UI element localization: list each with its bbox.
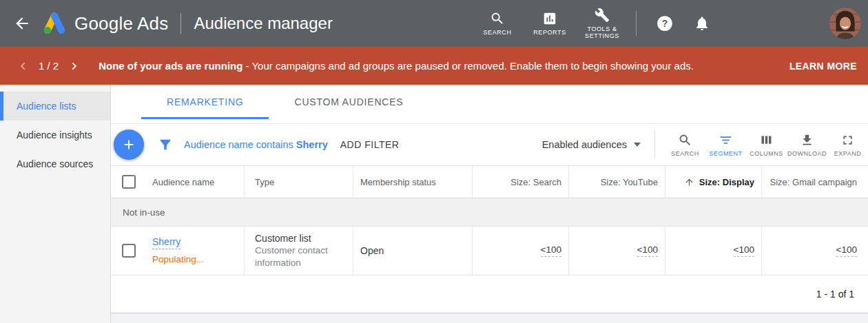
tab-remarketing[interactable]: REMARKETING xyxy=(141,85,269,119)
audience-status-value: Enabled audiences xyxy=(542,139,627,150)
column-header-size-display[interactable]: Size: Display xyxy=(665,166,762,198)
chevron-left-icon xyxy=(19,61,28,71)
alert-banner: 1 / 2 None of your ads are running - You… xyxy=(0,47,868,85)
segment-icon xyxy=(719,133,733,147)
sort-ascending-icon xyxy=(684,177,694,187)
size-gmail-value: <100 xyxy=(836,244,857,257)
download-icon xyxy=(800,133,814,147)
help-icon: ? xyxy=(656,14,674,32)
table-row: Sherry Populating... Customer list Custo… xyxy=(111,227,868,275)
nav-label: TOOLS & SETTINGS xyxy=(582,25,622,39)
plus-icon xyxy=(121,137,136,152)
select-all-checkbox[interactable] xyxy=(122,175,136,189)
filter-button[interactable] xyxy=(156,136,174,154)
google-ads-logo-icon[interactable] xyxy=(41,12,68,35)
notifications-button[interactable] xyxy=(692,13,712,34)
audience-type-detail: Customer contact information xyxy=(255,244,343,269)
next-alert-button[interactable] xyxy=(67,59,81,73)
chevron-down-icon xyxy=(634,143,641,147)
page-title: Audience manager xyxy=(194,14,332,33)
sidebar-item-audience-sources[interactable]: Audience sources xyxy=(0,149,110,178)
segment-button[interactable]: SEGMENT xyxy=(705,133,746,157)
account-avatar[interactable] xyxy=(829,8,861,39)
audience-name-link[interactable]: Sherry xyxy=(152,236,180,249)
sidebar-item-audience-insights[interactable]: Audience insights xyxy=(0,121,110,149)
table-header: Audience name Type Membership status Siz… xyxy=(111,165,868,198)
column-header-size-search[interactable]: Size: Search xyxy=(473,166,569,198)
reports-nav-button[interactable]: REPORTS xyxy=(526,11,574,36)
alert-message-title: None of your ads are running xyxy=(99,60,242,72)
tool-label: DOWNLOAD xyxy=(787,150,827,157)
filter-condition: Audience name contains xyxy=(184,139,293,150)
columns-button[interactable]: COLUMNS xyxy=(746,133,787,157)
google-ads-app: Google Ads Audience manager SEARCH REPOR… xyxy=(0,0,868,323)
row-checkbox[interactable] xyxy=(122,244,136,258)
column-header-membership-status[interactable]: Membership status xyxy=(353,166,473,198)
learn-more-button[interactable]: LEARN MORE xyxy=(789,61,857,72)
sidebar-item-audience-lists[interactable]: Audience lists xyxy=(0,92,110,121)
previous-alert-button[interactable] xyxy=(17,59,30,73)
pagination: 1 - 1 of 1 xyxy=(111,275,868,313)
download-button[interactable]: DOWNLOAD xyxy=(787,133,827,157)
tab-bar: REMARKETING CUSTOM AUDIENCES xyxy=(111,85,868,124)
tool-label: SEARCH xyxy=(671,150,699,157)
column-header-type[interactable]: Type xyxy=(245,166,353,198)
topbar-divider xyxy=(636,11,637,36)
bell-icon xyxy=(694,15,710,32)
tool-label: COLUMNS xyxy=(750,150,783,157)
alert-pager: 1 / 2 xyxy=(39,60,59,72)
alert-message-body: - Your campaigns and ad groups are pause… xyxy=(242,60,694,72)
tools-settings-nav-button[interactable]: TOOLS & SETTINGS xyxy=(578,8,626,39)
size-display-value: <100 xyxy=(734,244,754,257)
arrow-left-icon xyxy=(13,14,31,32)
membership-status-cell: Open xyxy=(353,227,473,275)
chevron-right-icon xyxy=(69,61,79,71)
tool-label: SEGMENT xyxy=(709,150,742,157)
back-button[interactable] xyxy=(12,14,32,33)
top-bar: Google Ads Audience manager SEARCH REPOR… xyxy=(0,0,868,47)
toolbar-divider xyxy=(654,131,655,158)
reports-icon xyxy=(542,11,557,26)
columns-icon xyxy=(759,133,774,147)
filter-funnel-icon xyxy=(158,137,173,152)
audience-status-select[interactable]: Enabled audiences xyxy=(542,139,641,150)
column-header-size-gmail[interactable]: Size: Gmail campaign xyxy=(762,166,868,198)
topbar-divider xyxy=(180,13,181,34)
alert-message: None of your ads are running - Your camp… xyxy=(99,60,694,72)
nav-label: SEARCH xyxy=(483,29,511,36)
add-audience-button[interactable] xyxy=(114,129,144,160)
search-icon xyxy=(490,11,505,26)
search-icon xyxy=(678,133,692,147)
table-search-button[interactable]: SEARCH xyxy=(665,133,705,157)
column-header-audience-name[interactable]: Audience name xyxy=(152,177,214,187)
add-filter-button[interactable]: ADD FILTER xyxy=(340,139,400,150)
sidebar: Audience lists Audience insights Audienc… xyxy=(0,85,111,323)
expand-icon xyxy=(840,133,855,147)
wrench-icon xyxy=(595,8,610,23)
size-youtube-value: <100 xyxy=(637,244,658,257)
active-filter-chip[interactable]: Audience name containsSherry xyxy=(184,139,328,150)
filter-value: Sherry xyxy=(296,139,328,150)
toolbar: Audience name containsSherry ADD FILTER … xyxy=(111,124,868,165)
audience-type: Customer list xyxy=(255,232,343,244)
row-group-label: Not in-use xyxy=(111,198,868,227)
nav-label: REPORTS xyxy=(533,29,566,36)
expand-button[interactable]: EXPAND xyxy=(827,133,868,157)
help-button[interactable]: ? xyxy=(654,13,675,34)
size-search-value: <100 xyxy=(541,244,561,257)
page-background xyxy=(111,313,868,323)
brand-name: Google Ads xyxy=(74,13,168,34)
tool-label: EXPAND xyxy=(834,150,861,157)
search-nav-button[interactable]: SEARCH xyxy=(473,11,521,36)
column-header-size-youtube[interactable]: Size: YouTube xyxy=(569,166,665,198)
svg-text:?: ? xyxy=(662,18,668,29)
populating-status: Populating... xyxy=(152,253,204,265)
tab-custom-audiences[interactable]: CUSTOM AUDIENCES xyxy=(269,85,428,119)
